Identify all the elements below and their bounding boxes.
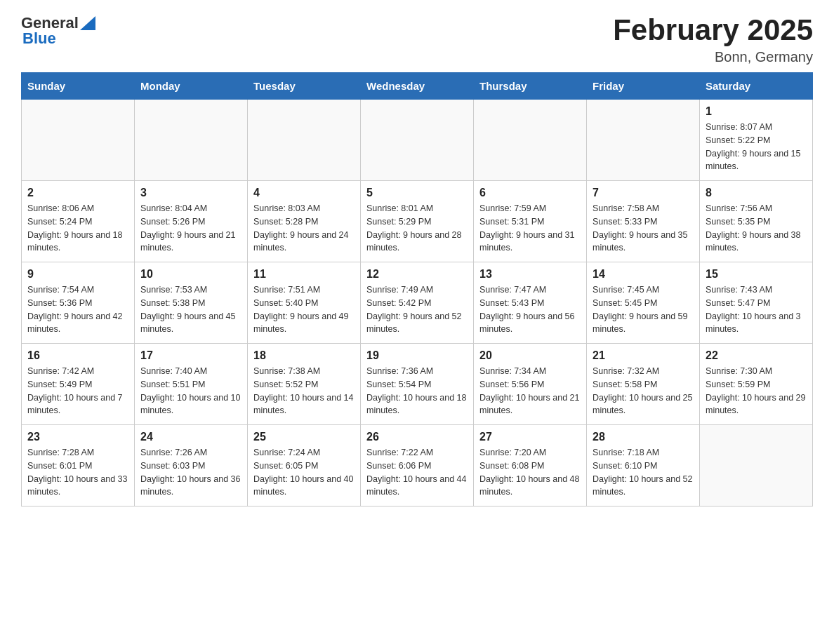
calendar-cell: 23Sunrise: 7:28 AMSunset: 6:01 PMDayligh… [22,425,135,507]
calendar-cell: 11Sunrise: 7:51 AMSunset: 5:40 PMDayligh… [248,262,361,344]
day-info: Sunrise: 7:53 AMSunset: 5:38 PMDaylight:… [140,283,241,336]
weekday-header-thursday: Thursday [474,73,587,100]
day-info: Sunrise: 7:26 AMSunset: 6:03 PMDaylight:… [140,446,241,499]
day-info: Sunrise: 7:49 AMSunset: 5:42 PMDaylight:… [366,283,468,336]
day-info: Sunrise: 7:56 AMSunset: 5:35 PMDaylight:… [706,202,807,255]
day-number: 17 [140,349,241,362]
day-info: Sunrise: 7:20 AMSunset: 6:08 PMDaylight:… [479,446,581,499]
week-row-5: 23Sunrise: 7:28 AMSunset: 6:01 PMDayligh… [22,425,813,507]
calendar-cell: 9Sunrise: 7:54 AMSunset: 5:36 PMDaylight… [22,262,135,344]
calendar-cell [22,100,135,181]
calendar-cell: 24Sunrise: 7:26 AMSunset: 6:03 PMDayligh… [135,425,248,507]
logo: General Blue [21,14,95,48]
logo-triangle-icon [80,16,95,32]
week-row-2: 2Sunrise: 8:06 AMSunset: 5:24 PMDaylight… [22,181,813,262]
day-number: 20 [479,349,581,362]
day-info: Sunrise: 7:22 AMSunset: 6:06 PMDaylight:… [366,446,468,499]
calendar-cell: 21Sunrise: 7:32 AMSunset: 5:58 PMDayligh… [587,344,700,425]
calendar-cell [361,100,474,181]
week-row-3: 9Sunrise: 7:54 AMSunset: 5:36 PMDaylight… [22,262,813,344]
calendar-cell: 27Sunrise: 7:20 AMSunset: 6:08 PMDayligh… [474,425,587,507]
calendar-cell [248,100,361,181]
calendar-cell: 16Sunrise: 7:42 AMSunset: 5:49 PMDayligh… [22,344,135,425]
day-info: Sunrise: 7:51 AMSunset: 5:40 PMDaylight:… [253,283,355,336]
calendar-cell: 26Sunrise: 7:22 AMSunset: 6:06 PMDayligh… [361,425,474,507]
day-info: Sunrise: 7:59 AMSunset: 5:31 PMDaylight:… [479,202,581,255]
day-number: 15 [706,268,807,281]
day-number: 6 [479,187,581,199]
day-number: 14 [593,268,694,281]
day-number: 27 [479,431,581,443]
day-info: Sunrise: 7:47 AMSunset: 5:43 PMDaylight:… [479,283,581,336]
title-section: February 2025 Bonn, Germany [613,14,813,65]
week-row-1: 1Sunrise: 8:07 AMSunset: 5:22 PMDaylight… [22,100,813,181]
calendar-cell: 1Sunrise: 8:07 AMSunset: 5:22 PMDaylight… [700,100,813,181]
day-number: 11 [253,268,355,281]
day-number: 18 [253,349,355,362]
day-info: Sunrise: 7:40 AMSunset: 5:51 PMDaylight:… [140,365,241,417]
weekday-header-wednesday: Wednesday [361,73,474,100]
weekday-header-friday: Friday [587,73,700,100]
day-info: Sunrise: 7:42 AMSunset: 5:49 PMDaylight:… [27,365,128,417]
day-number: 23 [27,431,128,443]
day-number: 24 [140,431,241,443]
calendar-cell [135,100,248,181]
calendar-cell [587,100,700,181]
day-number: 9 [27,268,128,281]
weekday-header-saturday: Saturday [700,73,813,100]
day-info: Sunrise: 8:04 AMSunset: 5:26 PMDaylight:… [140,202,241,255]
calendar-cell: 17Sunrise: 7:40 AMSunset: 5:51 PMDayligh… [135,344,248,425]
calendar-cell: 10Sunrise: 7:53 AMSunset: 5:38 PMDayligh… [135,262,248,344]
day-number: 3 [140,187,241,199]
calendar-cell: 5Sunrise: 8:01 AMSunset: 5:29 PMDaylight… [361,181,474,262]
calendar-cell: 15Sunrise: 7:43 AMSunset: 5:47 PMDayligh… [700,262,813,344]
weekday-header-row: SundayMondayTuesdayWednesdayThursdayFrid… [22,73,813,100]
day-number: 13 [479,268,581,281]
calendar-cell: 20Sunrise: 7:34 AMSunset: 5:56 PMDayligh… [474,344,587,425]
day-number: 5 [366,187,468,199]
calendar-cell: 8Sunrise: 7:56 AMSunset: 5:35 PMDaylight… [700,181,813,262]
day-info: Sunrise: 7:28 AMSunset: 6:01 PMDaylight:… [27,446,128,499]
calendar-cell: 19Sunrise: 7:36 AMSunset: 5:54 PMDayligh… [361,344,474,425]
day-info: Sunrise: 7:45 AMSunset: 5:45 PMDaylight:… [593,283,694,336]
day-number: 4 [253,187,355,199]
day-number: 26 [366,431,468,443]
calendar-cell: 2Sunrise: 8:06 AMSunset: 5:24 PMDaylight… [22,181,135,262]
calendar-cell [700,425,813,507]
day-info: Sunrise: 7:18 AMSunset: 6:10 PMDaylight:… [593,446,694,499]
calendar-cell: 7Sunrise: 7:58 AMSunset: 5:33 PMDaylight… [587,181,700,262]
svg-marker-0 [80,16,95,30]
day-number: 2 [27,187,128,199]
day-info: Sunrise: 8:01 AMSunset: 5:29 PMDaylight:… [366,202,468,255]
day-number: 16 [27,349,128,362]
day-number: 25 [253,431,355,443]
day-info: Sunrise: 7:58 AMSunset: 5:33 PMDaylight:… [593,202,694,255]
day-number: 8 [706,187,807,199]
day-info: Sunrise: 7:54 AMSunset: 5:36 PMDaylight:… [27,283,128,336]
weekday-header-sunday: Sunday [22,73,135,100]
calendar-cell: 3Sunrise: 8:04 AMSunset: 5:26 PMDaylight… [135,181,248,262]
calendar-cell: 6Sunrise: 7:59 AMSunset: 5:31 PMDaylight… [474,181,587,262]
day-info: Sunrise: 8:03 AMSunset: 5:28 PMDaylight:… [253,202,355,255]
calendar-cell: 4Sunrise: 8:03 AMSunset: 5:28 PMDaylight… [248,181,361,262]
calendar-subtitle: Bonn, Germany [613,49,813,65]
calendar-cell [474,100,587,181]
weekday-header-tuesday: Tuesday [248,73,361,100]
day-info: Sunrise: 8:06 AMSunset: 5:24 PMDaylight:… [27,202,128,255]
calendar-table: SundayMondayTuesdayWednesdayThursdayFrid… [21,72,813,507]
logo-text-blue: Blue [22,29,56,48]
day-number: 10 [140,268,241,281]
day-number: 19 [366,349,468,362]
day-info: Sunrise: 7:30 AMSunset: 5:59 PMDaylight:… [706,365,807,417]
day-number: 22 [706,349,807,362]
day-number: 28 [593,431,694,443]
weekday-header-monday: Monday [135,73,248,100]
calendar-title: February 2025 [613,14,813,46]
day-number: 7 [593,187,694,199]
calendar-cell: 28Sunrise: 7:18 AMSunset: 6:10 PMDayligh… [587,425,700,507]
calendar-cell: 13Sunrise: 7:47 AMSunset: 5:43 PMDayligh… [474,262,587,344]
calendar-cell: 12Sunrise: 7:49 AMSunset: 5:42 PMDayligh… [361,262,474,344]
calendar-cell: 22Sunrise: 7:30 AMSunset: 5:59 PMDayligh… [700,344,813,425]
day-number: 12 [366,268,468,281]
day-info: Sunrise: 7:43 AMSunset: 5:47 PMDaylight:… [706,283,807,336]
